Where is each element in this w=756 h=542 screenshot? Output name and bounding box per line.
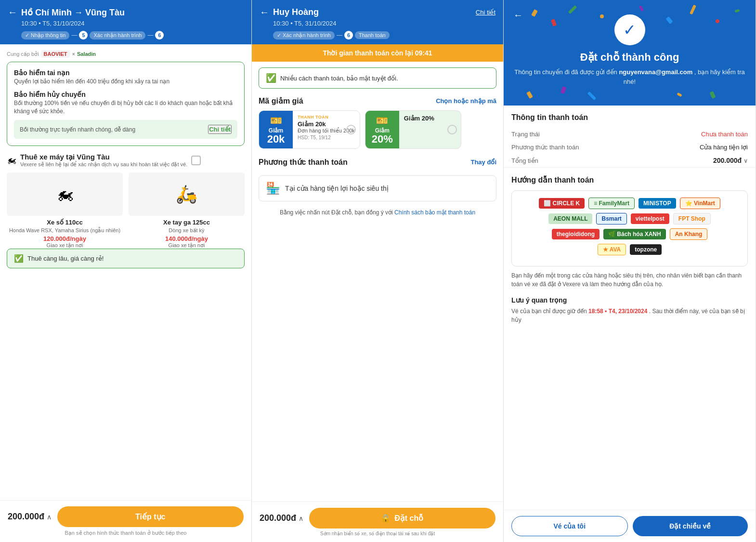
panel3-body: Thông tin thanh toán Trạng thái Chưa tha…: [504, 106, 756, 510]
store-familymart-badge[interactable]: ≡ FamilyMart: [588, 198, 635, 209]
check-icon: ✓: [25, 32, 29, 39]
method-label: Phương thức thanh toán: [511, 144, 579, 151]
rental-header: 🏍 Thuê xe máy tại Vũng Tàu Vexere sẽ liê…: [7, 153, 245, 168]
guide-title: Hướng dẫn thanh toán: [511, 175, 748, 185]
store-ava-badge[interactable]: ★ AVA: [598, 244, 626, 255]
bike-icon-1: 🏍: [56, 184, 74, 204]
rental-bikes: 🏍 Xe số 110cc Honda Wave RSX, Yamaha Sir…: [7, 172, 245, 248]
voucher-card-1[interactable]: 🎫 Giảm 20k THANH TOÁN Giảm 20k Đơn hàng …: [259, 110, 360, 149]
store-ministop-badge[interactable]: MINISTOP: [639, 198, 676, 209]
store-tgdd-badge[interactable]: thegioididong: [552, 229, 600, 239]
shield-check-icon: ✅: [266, 73, 276, 83]
step-bar: ✓ Nhập thông tin — 5 Xác nhận hành trình…: [21, 31, 244, 40]
panel1-subtitle: 10:30 • T5, 31/10/2024: [21, 20, 244, 27]
dat-cho-label: Đặt chỗ: [394, 514, 423, 523]
voucher-card-2[interactable]: 🎫 Giảm 20% Giảm 20%: [365, 110, 461, 149]
method-value: Cửa hàng tiện lợi: [700, 144, 748, 151]
guide-note: Bạn hãy đến một trong các cửa hàng hoặc …: [511, 271, 748, 289]
step-number2: 6: [155, 31, 164, 40]
store-bachhoaxanh-badge[interactable]: 🌿 Bách hóa XANH: [603, 229, 666, 239]
panel2-step-num: 6: [344, 31, 353, 40]
important-title: Lưu ý quan trọng: [511, 296, 748, 304]
step-number: 5: [79, 31, 88, 40]
panel2-header-link[interactable]: Chi tiết: [476, 9, 495, 16]
voucher-icon-2: 🎫: [376, 115, 388, 126]
back-arrow-icon[interactable]: ←: [8, 7, 17, 18]
bike-img-1: 🏍: [7, 172, 123, 216]
payment-method-text: Tại cửa hàng tiện lợi hoặc siêu thị: [285, 185, 389, 192]
store-fptshop-badge[interactable]: FPT Shop: [673, 213, 711, 225]
ve-cua-toi-btn[interactable]: Vé của tôi: [511, 516, 628, 536]
bike-price-1: 120.000đ/ngày: [7, 235, 123, 242]
payment-change-link[interactable]: Thay đổi: [470, 159, 496, 166]
bike-delivery-1: Giao xe tận nơi: [7, 242, 123, 249]
store-icon: 🏪: [266, 182, 280, 195]
rental-checkbox[interactable]: [191, 156, 201, 165]
bike-sub-2: Dòng xe bất kỳ: [129, 227, 245, 234]
panel1-price-area: 200.000đ ∧: [8, 512, 52, 522]
bike-img-2: 🛵: [129, 172, 245, 216]
store-vinmart-badge[interactable]: ⭐ VinMart: [680, 198, 720, 209]
panel2-price: 200.000đ: [260, 513, 296, 523]
panel-3: ← ✓ Đặt chỗ thành công Thông tin chuyến …: [504, 0, 756, 542]
panel2-step-done-label: Xác nhận hành trình: [283, 32, 331, 39]
timer-bar: Thời gian thanh toán còn lại 09:41: [252, 44, 503, 62]
discount-link[interactable]: Chọn hoặc nhập mã: [436, 97, 496, 105]
check-mark-icon: ✓: [623, 21, 636, 39]
rental-subtitle: Vexere sẽ liên hệ lại để xác nhận dịch v…: [20, 161, 187, 168]
store-viettelpost-badge[interactable]: viettelpost: [631, 213, 669, 224]
payment-section-header: Phương thức thanh toán Thay đổi: [259, 156, 496, 172]
insurance-title-2: Bảo hiểm hủy chuyến: [14, 91, 237, 98]
insurance-desc-1: Quyền lợi bảo hiểm lên đến 400 triệu đồn…: [14, 78, 237, 86]
consent-link[interactable]: Chính sách bảo mật thanh toán: [394, 209, 475, 216]
panel-2: ← Huy Hoàng Chi tiết 10:30 • T5, 31/10/2…: [252, 0, 504, 542]
lock-icon: 🔒: [381, 514, 391, 523]
dat-cho-btn[interactable]: 🔒 Đặt chỗ: [309, 508, 495, 529]
promo-banner: ✅ Thuê càng lâu, giá càng rẻ!: [7, 249, 245, 268]
bike-card-2: 🛵 Xe tay ga 125cc Dòng xe bất kỳ 140.000…: [129, 172, 245, 248]
important-note: Lưu ý quan trọng Vé của bạn chỉ được giữ…: [504, 296, 756, 330]
total-value: 200.000đ ∨: [713, 157, 748, 164]
store-bsmart-badge[interactable]: Bsmart: [596, 213, 626, 225]
panel2-step-arrow: —: [337, 32, 342, 39]
discount-title: Mã giảm giá: [259, 96, 303, 106]
insurance-box: Bảo hiểm tai nạn Quyền lợi bảo hiểm lên …: [7, 62, 245, 146]
insurance-item-2: Bảo hiểm hủy chuyến Bồi thường 100% tiền…: [14, 91, 237, 116]
panel1-price: 200.000đ: [8, 512, 44, 521]
status-value: Chưa thanh toán: [701, 131, 748, 138]
back-arrow-icon-3[interactable]: ←: [513, 10, 523, 21]
voucher-name-1: Giảm 20k: [298, 120, 355, 128]
total-amount: 200.000đ: [713, 157, 742, 164]
panel1-price-caret: ∧: [47, 513, 52, 521]
store-row-1: ⬜ CIRCLE K ≡ FamilyMart MINISTOP ⭐ VinMa…: [519, 198, 741, 209]
voucher-radio-2[interactable]: [447, 125, 457, 134]
back-arrow-icon-2[interactable]: ←: [260, 7, 269, 18]
promo-text: Thuê càng lâu, giá càng rẻ!: [27, 255, 104, 262]
store-ankhang-badge[interactable]: An Khang: [670, 228, 708, 240]
panel1-footer-note: Bạn sẽ chọn hình thức thanh toán ở bước …: [8, 530, 244, 536]
total-label: Tổng tiền: [511, 157, 538, 164]
dat-chieu-ve-btn[interactable]: Đặt chiều về: [633, 516, 748, 536]
store-aeonmall-badge[interactable]: AEON MALL: [548, 213, 592, 224]
voucher-left-1: 🎫 Giảm 20k: [259, 111, 293, 148]
step-arrow: —: [71, 32, 77, 39]
important-before: Vé của bạn chỉ được giữ đến: [511, 308, 588, 315]
tiep-tuc-btn[interactable]: Tiếp tục: [57, 506, 244, 527]
voucher-name-2: Giảm 20%: [404, 115, 456, 122]
success-subtitle-text: Thông tin chuyến đi đã được gửi đến: [514, 68, 617, 76]
store-row-3: thegioididong 🌿 Bách hóa XANH An Khang: [519, 228, 741, 240]
info-row-1: Trạng thái Chưa thanh toán: [511, 128, 748, 141]
bike-delivery-2: Giao xe tận nơi: [129, 242, 245, 249]
voucher-amount-1: 20k: [267, 134, 285, 145]
panel2-footer-note: Sớm nhận biển số xe, số điện thoại tài x…: [260, 531, 495, 536]
payment-info-section: Thông tin thanh toán Trạng thái Chưa tha…: [504, 106, 756, 168]
store-circlek-badge[interactable]: ⬜ CIRCLE K: [539, 198, 585, 209]
success-header: ← ✓ Đặt chỗ thành công Thông tin chuyến …: [504, 0, 756, 106]
store-topzone-badge[interactable]: topzone: [630, 244, 662, 255]
check-icon-2: ✓: [277, 32, 281, 39]
step-arrow2: —: [147, 32, 153, 39]
insurance-detail-btn[interactable]: Chi tiết: [208, 125, 232, 134]
secure-text: Nhiều cách thanh toán, bảo mật tuyệt đối…: [280, 75, 398, 82]
voucher-radio-1[interactable]: [346, 125, 356, 134]
important-text: Vé của bạn chỉ được giữ đến 18:58 • T4, …: [511, 307, 748, 324]
